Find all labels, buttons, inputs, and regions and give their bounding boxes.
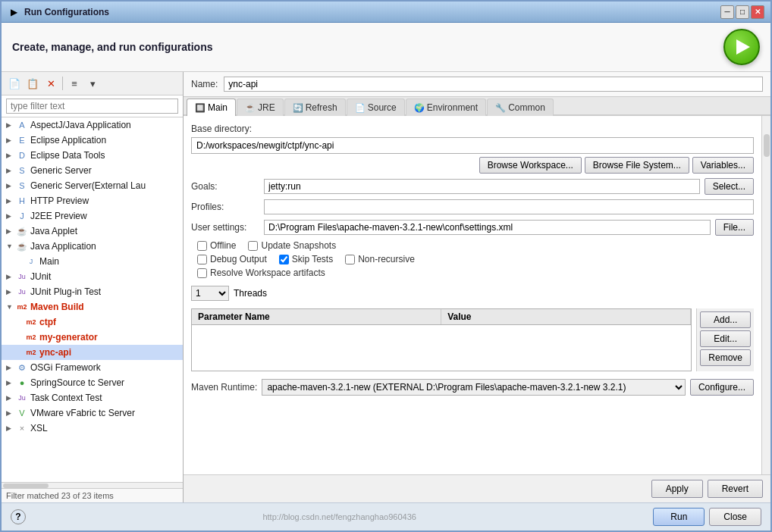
tree-item-junit[interactable]: ▶ Ju JUnit xyxy=(2,269,183,284)
tree-item-vmware[interactable]: ▶ V VMware vFabric tc Server xyxy=(2,405,183,421)
threads-select[interactable]: 1 2 4 xyxy=(191,286,229,301)
collapse-all-button[interactable]: ≡ xyxy=(66,75,83,92)
item-icon: ☕ xyxy=(16,240,28,252)
tree-item-java-applet[interactable]: ▶ ☕ Java Applet xyxy=(2,224,183,239)
param-name-header: Parameter Name xyxy=(192,309,441,324)
update-snapshots-checkbox-label[interactable]: Update Snapshots xyxy=(248,240,336,251)
header-area: Create, manage, and run configurations xyxy=(2,23,770,72)
item-icon: S xyxy=(16,180,28,192)
remove-param-button[interactable]: Remove xyxy=(700,349,751,366)
item-label: Eclipse Data Tools xyxy=(30,150,105,161)
tree-item-eclipse-data[interactable]: ▶ D Eclipse Data Tools xyxy=(2,148,183,163)
name-row: Name: xyxy=(184,72,770,97)
expand-icon: ▶ xyxy=(6,167,14,174)
tree-item-task-context[interactable]: ▶ Ju Task Context Test xyxy=(2,390,183,405)
close-window-button[interactable]: ✕ xyxy=(751,5,764,19)
tree-item-ctpf[interactable]: m2 ctpf xyxy=(2,315,183,330)
filter-button[interactable]: ▾ xyxy=(84,75,101,92)
profiles-input[interactable] xyxy=(264,199,754,214)
new-config-button[interactable]: 📄 xyxy=(6,75,23,92)
item-icon: m2 xyxy=(25,331,37,343)
update-snapshots-checkbox[interactable] xyxy=(248,241,258,251)
item-label: OSGi Framework xyxy=(30,362,101,373)
revert-button[interactable]: Revert xyxy=(708,480,763,498)
expand-icon: ▶ xyxy=(6,197,14,205)
tree-item-osgi[interactable]: ▶ ⚙ OSGi Framework xyxy=(2,360,183,375)
resolve-workspace-checkbox[interactable] xyxy=(197,268,207,278)
delete-config-button[interactable]: ✕ xyxy=(42,75,59,92)
toolbar-separator xyxy=(62,77,63,90)
debug-output-checkbox[interactable] xyxy=(197,255,207,264)
tab-jre[interactable]: ☕ JRE xyxy=(237,99,284,116)
tree-item-http[interactable]: ▶ H HTTP Preview xyxy=(2,193,183,208)
user-settings-input[interactable] xyxy=(264,220,711,235)
threads-label: Threads xyxy=(234,288,267,299)
tree-item-junit-plugin[interactable]: ▶ Ju JUnit Plug-in Test xyxy=(2,284,183,299)
tree-item-aspectj[interactable]: ▶ A AspectJ/Java Application xyxy=(2,117,183,133)
variables-button[interactable]: Variables... xyxy=(692,157,754,174)
item-icon: Ju xyxy=(16,286,28,298)
minimize-button[interactable]: ─ xyxy=(720,5,734,19)
close-dialog-button[interactable]: Close xyxy=(709,508,761,526)
tree-item-java-app[interactable]: ▼ ☕ Java Application xyxy=(2,239,183,254)
tree-item-j2ee[interactable]: ▶ J J2EE Preview xyxy=(2,208,183,224)
tree-item-springsource[interactable]: ▶ ● SpringSource tc Server xyxy=(2,375,183,390)
goals-row: Goals: Select... xyxy=(191,178,754,195)
configure-button[interactable]: Configure... xyxy=(690,379,754,396)
tree-item-ync-api[interactable]: m2 ync-api xyxy=(2,345,183,360)
tree-item-generic-server[interactable]: ▶ S Generic Server xyxy=(2,163,183,178)
skip-tests-checkbox-label[interactable]: Skip Tests xyxy=(279,254,333,264)
tree-item-eclipse-app[interactable]: ▶ E Eclipse Application xyxy=(2,133,183,148)
debug-output-checkbox-label[interactable]: Debug Output xyxy=(197,254,267,264)
tree-item-xsl[interactable]: ▶ × XSL xyxy=(2,421,183,436)
offline-checkbox-label[interactable]: Offline xyxy=(197,240,236,251)
maximize-button[interactable]: □ xyxy=(736,5,749,19)
tab-environment[interactable]: 🌍 Environment xyxy=(406,99,486,116)
resolve-workspace-checkbox-label[interactable]: Resolve Workspace artifacts xyxy=(197,268,325,278)
right-panel-scrollbar[interactable] xyxy=(761,116,770,474)
name-label: Name: xyxy=(191,79,218,89)
name-input[interactable] xyxy=(224,77,763,92)
item-icon: V xyxy=(16,407,28,419)
run-config-button[interactable]: Run xyxy=(653,508,705,526)
non-recursive-checkbox-label[interactable]: Non-recursive xyxy=(345,254,415,264)
help-button[interactable]: ? xyxy=(11,509,26,524)
run-button[interactable] xyxy=(723,29,760,65)
tree-item-main[interactable]: J Main xyxy=(2,254,183,269)
browse-workspace-button[interactable]: Browse Workspace... xyxy=(479,157,582,174)
expand-icon: ▼ xyxy=(6,243,14,250)
non-recursive-checkbox[interactable] xyxy=(345,255,355,264)
item-label: SpringSource tc Server xyxy=(30,377,124,388)
runtime-select[interactable]: apache-maven-3.2.1-new (EXTERNAL D:\Prog… xyxy=(262,379,686,396)
item-label: Eclipse Application xyxy=(30,135,106,146)
filter-input[interactable] xyxy=(6,99,178,114)
file-button[interactable]: File... xyxy=(715,219,754,236)
browse-filesystem-button[interactable]: Browse File System... xyxy=(585,157,689,174)
tree-item-my-generator[interactable]: m2 my-generator xyxy=(2,330,183,345)
offline-label: Offline xyxy=(210,240,236,251)
base-directory-input[interactable] xyxy=(191,137,754,154)
item-label: AspectJ/Java Application xyxy=(30,120,131,130)
copy-config-button[interactable]: 📋 xyxy=(24,75,41,92)
tab-main[interactable]: 🔲 Main xyxy=(187,99,236,116)
add-param-button[interactable]: Add... xyxy=(700,311,751,328)
apply-button[interactable]: Apply xyxy=(651,480,703,498)
item-icon: J xyxy=(16,210,28,222)
expand-icon: ▶ xyxy=(6,273,14,280)
horizontal-scrollbar[interactable] xyxy=(2,482,183,488)
goals-select-button[interactable]: Select... xyxy=(705,178,754,195)
expand-icon: ▶ xyxy=(6,409,14,417)
tree-item-maven-build[interactable]: ▼ m2 Maven Build xyxy=(2,299,183,315)
tab-refresh[interactable]: 🔄 Refresh xyxy=(284,99,346,116)
item-label: J2EE Preview xyxy=(30,211,87,221)
left-panel: 📄 📋 ✕ ≡ ▾ ▶ A AspectJ/Java Application xyxy=(2,72,184,502)
skip-tests-checkbox[interactable] xyxy=(279,255,289,264)
offline-checkbox[interactable] xyxy=(197,241,207,251)
user-settings-label: User settings: xyxy=(191,222,259,233)
tree-item-generic-server-ext[interactable]: ▶ S Generic Server(External Lau xyxy=(2,178,183,193)
tab-source[interactable]: 📄 Source xyxy=(347,99,405,116)
item-label: Maven Build xyxy=(30,302,84,312)
goals-input[interactable] xyxy=(264,179,700,194)
tab-common[interactable]: 🔧 Common xyxy=(487,99,554,116)
edit-param-button[interactable]: Edit... xyxy=(700,330,751,347)
